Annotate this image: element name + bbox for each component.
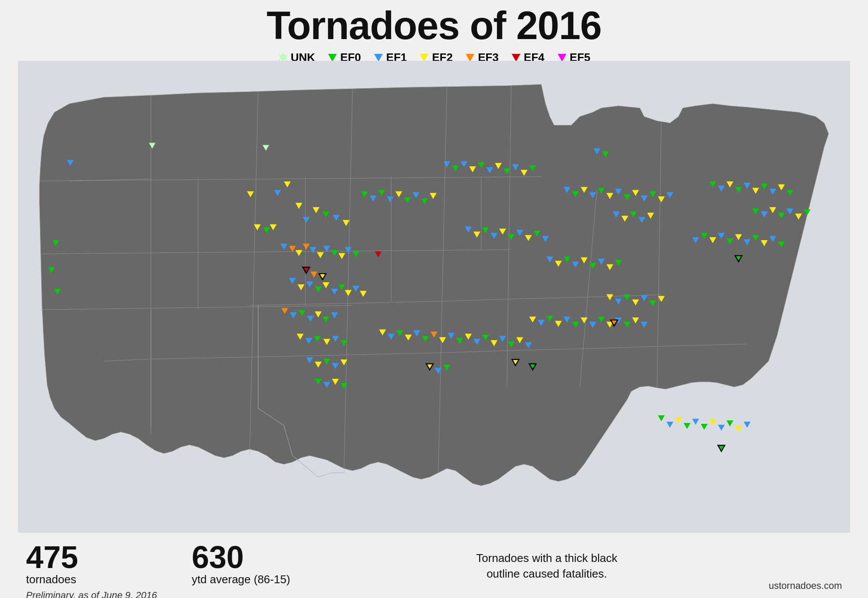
fatalities-note: Tornadoes with a thick blackoutline caus… — [325, 542, 769, 582]
tornado-count-block: 475 tornadoes Preliminary, as of June 9,… — [26, 542, 157, 598]
svg-marker-6 — [512, 54, 520, 62]
map-container — [13, 61, 855, 533]
svg-marker-2 — [328, 54, 337, 62]
tornado-count: 475 — [26, 542, 157, 573]
source-credit: ustornadoes.com — [769, 580, 842, 594]
tornado-count-label: tornadoes — [26, 573, 157, 586]
preliminary-note: Preliminary, as of June 9, 2016 — [26, 590, 157, 598]
svg-marker-7 — [558, 54, 566, 62]
ytd-average-block: 630 ytd average (86-15) — [192, 542, 290, 586]
svg-marker-3 — [374, 54, 383, 62]
us-map-svg — [13, 61, 855, 533]
svg-marker-4 — [420, 54, 428, 62]
bottom-info: 475 tornadoes Preliminary, as of June 9,… — [0, 533, 868, 598]
page-title: Tornadoes of 2016 — [0, 0, 868, 47]
svg-marker-5 — [466, 54, 474, 62]
ytd-average: 630 — [192, 542, 290, 573]
page-container: Tornadoes of 2016 UNK EF0 EF1 EF2 — [0, 0, 868, 598]
ytd-average-label: ytd average (86-15) — [192, 573, 290, 586]
